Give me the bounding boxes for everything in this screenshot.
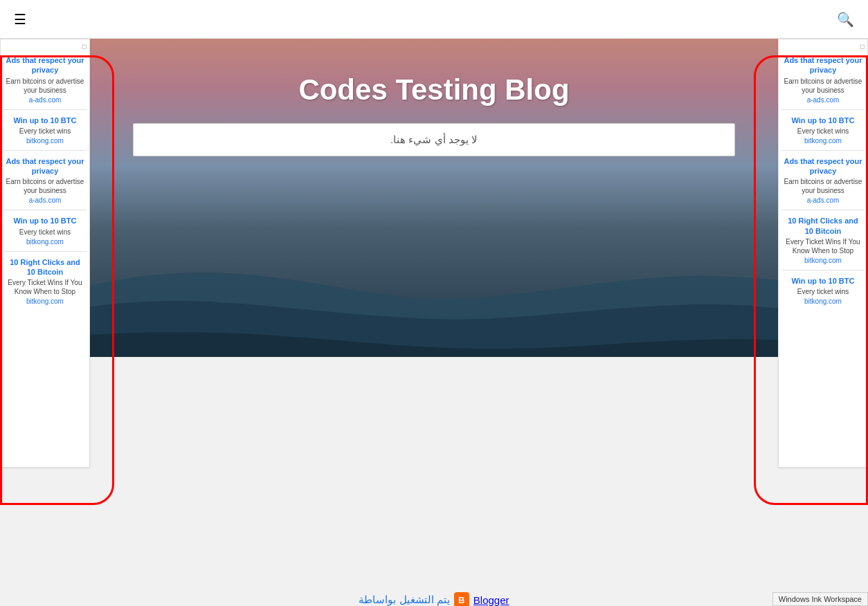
right-ad-desc-4: Every ticket wins bbox=[783, 287, 863, 296]
left-ad-desc-3: Every ticket wins bbox=[5, 228, 85, 237]
right-ad-unit-4: Win up to 10 BTC Every ticket wins bitko… bbox=[781, 270, 865, 311]
left-ad-desc-0: Earn bitcoins or advertise your business bbox=[5, 77, 85, 95]
left-ad-site-1: bitkong.com bbox=[5, 137, 85, 145]
left-ad-link-3[interactable]: Win up to 10 BTC bbox=[5, 216, 85, 226]
left-ad-site-0: a-ads.com bbox=[5, 96, 85, 104]
left-ad-unit-0: Ads that respect your privacy Earn bitco… bbox=[3, 50, 87, 110]
left-ad-desc-2: Earn bitcoins or advertise your business bbox=[5, 177, 85, 195]
right-ad-site-0: a-ads.com bbox=[783, 96, 863, 104]
left-ad-desc-4: Every Ticket Wins If You Know When to St… bbox=[5, 278, 85, 296]
right-ad-link-4[interactable]: Win up to 10 BTC bbox=[783, 276, 863, 286]
right-ad-link-0[interactable]: Ads that respect your privacy bbox=[783, 55, 863, 75]
right-ad-unit-1: Win up to 10 BTC Every ticket wins bitko… bbox=[781, 110, 865, 151]
left-ad-link-0[interactable]: Ads that respect your privacy bbox=[5, 55, 85, 75]
right-ads-container: Ads that respect your privacy Earn bitco… bbox=[781, 50, 865, 311]
blogger-icon: B bbox=[454, 592, 469, 606]
left-ad-link-2[interactable]: Ads that respect your privacy bbox=[5, 156, 85, 176]
search-icon[interactable]: 🔍 bbox=[837, 11, 854, 28]
dunes-illustration bbox=[0, 163, 868, 357]
right-ad-desc-0: Earn bitcoins or advertise your business bbox=[783, 77, 863, 95]
left-ad-link-4[interactable]: 10 Right Clicks and 10 Bitcoin bbox=[5, 257, 85, 277]
footer-blogger-line: يتم التشغيل بواساطة B Blogger bbox=[14, 592, 854, 606]
left-ad-unit-2: Ads that respect your privacy Earn bitco… bbox=[3, 151, 87, 211]
right-ad-link-1[interactable]: Win up to 10 BTC bbox=[783, 116, 863, 125]
blogger-link[interactable]: Blogger bbox=[473, 594, 509, 606]
search-container: لا يوجد أي شيء هنا. bbox=[133, 123, 735, 156]
right-ad-site-3: bitkong.com bbox=[783, 257, 863, 264]
left-ad-site-3: bitkong.com bbox=[5, 238, 85, 246]
nav-bar: ☰ 🔍 bbox=[0, 0, 868, 39]
right-ad-unit-3: 10 Right Clicks and 10 Bitcoin Every Tic… bbox=[781, 210, 865, 270]
ad-panel-right: ◻ Ads that respect your privacy Earn bit… bbox=[778, 39, 868, 468]
left-ad-unit-3: Win up to 10 BTC Every ticket wins bitko… bbox=[3, 210, 87, 251]
right-ad-site-4: bitkong.com bbox=[783, 297, 863, 305]
left-ad-unit-1: Win up to 10 BTC Every ticket wins bitko… bbox=[3, 110, 87, 151]
left-ad-desc-1: Every ticket wins bbox=[5, 127, 85, 136]
powered-by-text: يتم التشغيل بواساطة bbox=[359, 594, 449, 606]
right-ad-link-2[interactable]: Ads that respect your privacy bbox=[783, 156, 863, 176]
right-ad-site-1: bitkong.com bbox=[783, 137, 863, 145]
left-ad-link-1[interactable]: Win up to 10 BTC bbox=[5, 116, 85, 125]
hamburger-icon[interactable]: ☰ bbox=[14, 11, 26, 28]
page-title: Codes Testing Blog bbox=[298, 73, 569, 107]
footer: يتم التشغيل بواساطة B Blogger صور المظاه… bbox=[0, 564, 868, 606]
hero-section: Codes Testing Blog لا يوجد أي شيء هنا. bbox=[0, 39, 868, 357]
right-ad-desc-1: Every ticket wins bbox=[783, 127, 863, 136]
main-content bbox=[0, 357, 868, 564]
left-ad-unit-4: 10 Right Clicks and 10 Bitcoin Every Tic… bbox=[3, 252, 87, 311]
search-message: لا يوجد أي شيء هنا. bbox=[133, 123, 735, 156]
right-ad-unit-0: Ads that respect your privacy Earn bitco… bbox=[781, 50, 865, 110]
right-ad-link-3[interactable]: 10 Right Clicks and 10 Bitcoin bbox=[783, 216, 863, 236]
ad-corner-icon-right: ◻ bbox=[781, 44, 865, 50]
left-ad-site-2: a-ads.com bbox=[5, 196, 85, 204]
right-ad-desc-2: Earn bitcoins or advertise your business bbox=[783, 177, 863, 195]
ad-panel-left: ◻ Ads that respect your privacy Earn bit… bbox=[0, 39, 90, 468]
left-ads-container: Ads that respect your privacy Earn bitco… bbox=[3, 50, 87, 311]
left-ad-site-4: bitkong.com bbox=[5, 297, 85, 305]
right-ad-unit-2: Ads that respect your privacy Earn bitco… bbox=[781, 151, 865, 211]
windows-ink-label: Windows Ink Workspace bbox=[772, 592, 868, 606]
ad-corner-icon-left: ◻ bbox=[3, 44, 87, 50]
right-ad-site-2: a-ads.com bbox=[783, 196, 863, 204]
right-ad-desc-3: Every Ticket Wins If You Know When to St… bbox=[783, 237, 863, 255]
